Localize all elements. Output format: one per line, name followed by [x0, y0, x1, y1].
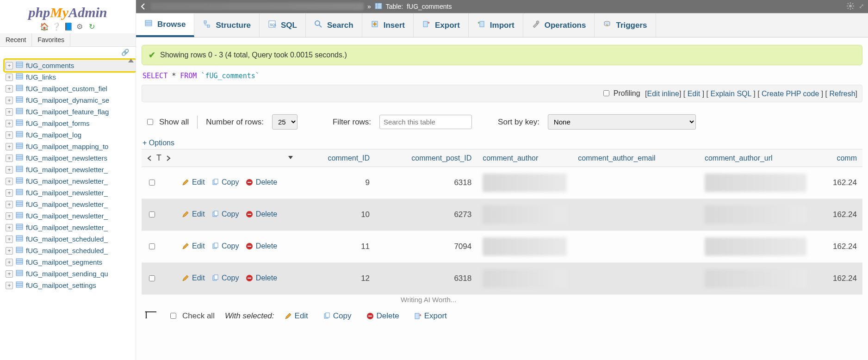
- tree-item-fUG_mailpoet_scheduled_[interactable]: + fUG_mailpoet_scheduled_: [5, 245, 136, 256]
- expand-icon[interactable]: +: [6, 131, 13, 139]
- expand-icon[interactable]: +: [6, 97, 13, 104]
- bulk-delete[interactable]: Delete: [366, 311, 399, 321]
- col-comment-author[interactable]: comment_author: [477, 149, 572, 167]
- col-comment-more[interactable]: comm: [812, 149, 862, 167]
- explain-sql-link[interactable]: Explain SQL: [710, 90, 751, 98]
- show-all-checkbox[interactable]: Show all: [145, 118, 189, 127]
- row-edit[interactable]: Edit: [182, 274, 205, 282]
- tree-item-fUG_links[interactable]: + fUG_links: [5, 71, 136, 83]
- col-sort-indicator[interactable]: [260, 149, 299, 167]
- exit-icon[interactable]: ⤢: [859, 2, 864, 11]
- expand-icon[interactable]: +: [6, 270, 13, 278]
- row-delete[interactable]: Delete: [246, 274, 277, 282]
- tree-item-fUG_mailpoet_sending_qu[interactable]: + fUG_mailpoet_sending_qu: [5, 268, 136, 279]
- edit-inline-link[interactable]: Edit inline: [647, 90, 679, 98]
- sidebar-link-icon[interactable]: 🔗: [0, 47, 136, 58]
- tab-import[interactable]: Import: [469, 13, 523, 37]
- expand-icon[interactable]: +: [6, 282, 13, 289]
- expand-icon[interactable]: +: [6, 85, 13, 93]
- reload-icon[interactable]: ↻: [87, 22, 96, 31]
- row-delete[interactable]: Delete: [246, 242, 277, 250]
- refresh-link[interactable]: Refresh: [830, 90, 856, 98]
- tab-insert[interactable]: Insert: [362, 13, 414, 37]
- tab-export[interactable]: Export: [414, 13, 469, 37]
- tree-item-fUG_mailpoet_newsletters[interactable]: + fUG_mailpoet_newsletters: [5, 152, 136, 164]
- filter-rows-input[interactable]: [379, 115, 472, 129]
- sort-key-select[interactable]: None: [548, 114, 696, 130]
- crumb-table-name[interactable]: fUG_comments: [407, 3, 452, 10]
- tree-item-fUG_mailpoet_newsletter_[interactable]: + fUG_mailpoet_newsletter_: [5, 175, 136, 187]
- check-all[interactable]: Check all: [168, 311, 215, 321]
- create-php-link[interactable]: Create PHP code: [762, 90, 819, 98]
- row-copy[interactable]: Copy: [211, 242, 239, 250]
- col-comment-post-id[interactable]: comment_post_ID: [375, 149, 477, 167]
- tree-item-fUG_mailpoet_segments[interactable]: + fUG_mailpoet_segments: [5, 256, 136, 268]
- row-delete[interactable]: Delete: [246, 210, 277, 218]
- tree-scroll-up-icon[interactable]: [128, 59, 134, 62]
- bulk-export[interactable]: Export: [414, 311, 447, 321]
- tree-item-fUG_mailpoet_feature_flag[interactable]: + fUG_mailpoet_feature_flag: [5, 106, 136, 118]
- docs-icon[interactable]: 📘: [64, 22, 72, 31]
- help-icon[interactable]: ❔: [52, 22, 60, 31]
- expand-icon[interactable]: +: [6, 247, 13, 254]
- row-checkbox[interactable]: [149, 211, 155, 217]
- row-checkbox[interactable]: [149, 180, 155, 186]
- row-checkbox[interactable]: [149, 275, 155, 281]
- expand-icon[interactable]: +: [6, 143, 13, 150]
- options-toggle[interactable]: + Options: [142, 136, 862, 149]
- tree-item-fUG_mailpoet_settings[interactable]: + fUG_mailpoet_settings: [5, 279, 136, 291]
- expand-icon[interactable]: +: [6, 120, 13, 127]
- tree-item-fUG_mailpoet_newsletter_[interactable]: + fUG_mailpoet_newsletter_: [5, 187, 136, 199]
- row-copy[interactable]: Copy: [211, 210, 239, 218]
- sidebar-collapse-icon[interactable]: [140, 3, 147, 10]
- tree-item-fUG_mailpoet_log[interactable]: + fUG_mailpoet_log: [5, 129, 136, 141]
- num-rows-select[interactable]: 25: [272, 114, 298, 130]
- home-icon[interactable]: 🏠: [40, 22, 48, 31]
- tree-item-fUG_mailpoet_newsletter_[interactable]: + fUG_mailpoet_newsletter_: [5, 210, 136, 222]
- col-comment-author-email[interactable]: comment_author_email: [572, 149, 699, 167]
- bulk-edit[interactable]: Edit: [285, 311, 308, 321]
- expand-icon[interactable]: +: [6, 178, 13, 185]
- row-checkbox[interactable]: [149, 243, 155, 249]
- expand-icon[interactable]: +: [6, 201, 13, 208]
- profiling-checkbox[interactable]: Profiling: [601, 89, 640, 98]
- tab-triggers[interactable]: Triggers: [595, 13, 656, 37]
- tree-item-fUG_mailpoet_newsletter_[interactable]: + fUG_mailpoet_newsletter_: [5, 222, 136, 233]
- expand-icon[interactable]: +: [6, 166, 13, 174]
- tab-search[interactable]: Search: [306, 13, 362, 37]
- expand-icon[interactable]: +: [6, 189, 13, 197]
- col-comment-id[interactable]: comment_ID: [299, 149, 375, 167]
- tree-item-fUG_comments[interactable]: + fUG_comments: [5, 60, 136, 71]
- tree-item-fUG_mailpoet_newsletter_[interactable]: + fUG_mailpoet_newsletter_: [5, 199, 136, 210]
- edit-link[interactable]: Edit: [688, 90, 701, 98]
- row-edit[interactable]: Edit: [182, 178, 205, 186]
- col-comment-author-url[interactable]: comment_author_url: [699, 149, 812, 167]
- row-copy[interactable]: Copy: [211, 178, 239, 186]
- tree-item-fUG_mailpoet_mapping_to[interactable]: + fUG_mailpoet_mapping_to: [5, 141, 136, 152]
- page-settings-icon[interactable]: [847, 2, 854, 11]
- tab-sql[interactable]: SQLSQL: [260, 13, 306, 37]
- sidebar-tab-recent[interactable]: Recent: [0, 33, 32, 46]
- expand-icon[interactable]: +: [6, 155, 13, 162]
- sidebar-tab-favorites[interactable]: Favorites: [32, 33, 70, 46]
- col-nav[interactable]: T: [142, 149, 176, 167]
- tab-browse[interactable]: Browse: [136, 13, 194, 37]
- tree-item-fUG_mailpoet_custom_fiel[interactable]: + fUG_mailpoet_custom_fiel: [5, 83, 136, 94]
- tree-item-fUG_mailpoet_scheduled_[interactable]: + fUG_mailpoet_scheduled_: [5, 233, 136, 245]
- tab-structure[interactable]: Structure: [194, 13, 260, 37]
- settings-icon[interactable]: ⚙: [75, 22, 84, 31]
- bulk-copy[interactable]: Copy: [323, 311, 352, 321]
- tree-item-fUG_mailpoet_dynamic_se[interactable]: + fUG_mailpoet_dynamic_se: [5, 94, 136, 106]
- expand-icon[interactable]: +: [6, 62, 13, 69]
- tree-item-fUG_mailpoet_newsletter_[interactable]: + fUG_mailpoet_newsletter_: [5, 164, 136, 175]
- tab-operations[interactable]: Operations: [523, 13, 595, 37]
- tree-item-fUG_mailpoet_forms[interactable]: + fUG_mailpoet_forms: [5, 118, 136, 129]
- expand-icon[interactable]: +: [6, 236, 13, 243]
- expand-icon[interactable]: +: [6, 224, 13, 231]
- row-edit[interactable]: Edit: [182, 242, 205, 250]
- expand-icon[interactable]: +: [6, 108, 13, 116]
- expand-icon[interactable]: +: [6, 212, 13, 220]
- row-delete[interactable]: Delete: [246, 178, 277, 186]
- row-copy[interactable]: Copy: [211, 274, 239, 282]
- expand-icon[interactable]: +: [6, 74, 13, 81]
